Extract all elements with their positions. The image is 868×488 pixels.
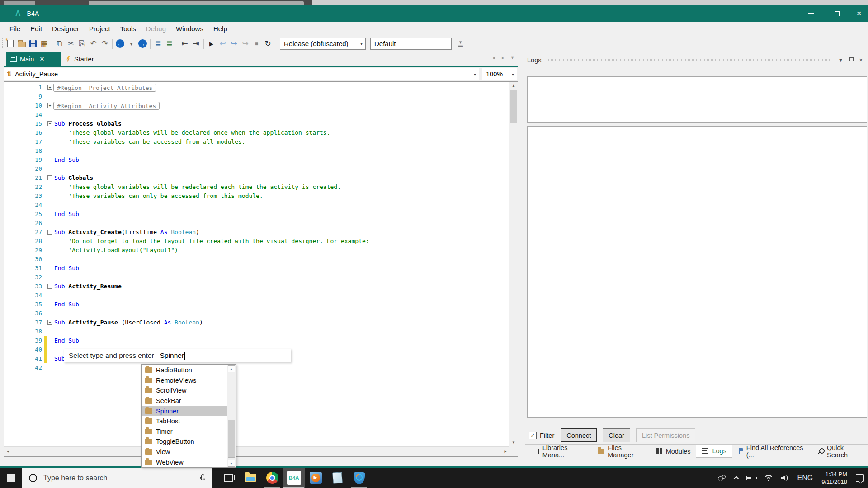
code-line-15[interactable]: 15−Sub Process_Globals <box>4 119 509 128</box>
code-line-42[interactable]: 42 <box>4 363 509 372</box>
logs-panel-header[interactable]: Logs ▼ ✕ <box>527 56 866 65</box>
code-line-17[interactable]: 17 'These variables can be accessed from… <box>4 137 509 146</box>
step-icon[interactable]: ↪ <box>228 38 240 50</box>
wifi-button[interactable] <box>760 468 777 488</box>
outdent-icon[interactable]: ⇤ <box>179 38 190 50</box>
save-icon[interactable] <box>27 38 38 50</box>
code-line-23[interactable]: 23 'These variables can only be accessed… <box>4 192 509 201</box>
action-center-button[interactable] <box>852 468 868 488</box>
panel-menu-arrow-icon[interactable]: ▼ <box>838 57 843 63</box>
nav-history-dropdown-icon[interactable]: ▾ <box>126 38 137 50</box>
build-configuration-select[interactable]: Release (obfuscated) ▾ <box>280 38 366 50</box>
scroll-tabs-left-icon[interactable]: ◄ <box>491 56 495 60</box>
menu-file[interactable]: File <box>5 23 25 34</box>
copy-icon[interactable]: ⧉ <box>54 38 65 50</box>
resume-icon[interactable]: ↩ <box>217 38 228 50</box>
menu-tools[interactable]: Tools <box>115 23 141 34</box>
tool-tab-find-all-references[interactable]: Find All References (... <box>732 445 812 458</box>
maximize-button[interactable] <box>824 5 850 22</box>
type-option-remoteviews[interactable]: RemoteViews <box>142 375 227 386</box>
scroll-up-icon[interactable]: ▲ <box>509 82 518 89</box>
taskbar-app-notepad[interactable] <box>326 468 348 488</box>
collapse-region-icon[interactable]: − <box>47 121 52 126</box>
type-option-timer[interactable]: Timer <box>142 427 227 437</box>
scroll-tabs-right-icon[interactable]: ► <box>501 56 505 60</box>
scroll-left-icon[interactable]: ◄ <box>4 447 12 457</box>
connect-button[interactable]: Connect <box>561 428 597 442</box>
expand-region-icon[interactable]: + <box>47 85 52 90</box>
collapsed-region[interactable]: #Region Project Attributes <box>53 84 156 92</box>
type-option-tabhost[interactable]: TabHost <box>142 416 227 427</box>
stop-icon[interactable]: ■ <box>251 38 262 50</box>
clock-button[interactable]: 1:34 PM 9/11/2018 <box>817 470 852 486</box>
collapse-region-icon[interactable]: − <box>47 230 52 235</box>
code-line-32[interactable]: 32 <box>4 273 509 282</box>
scroll-up-icon[interactable]: ▲ <box>228 365 235 372</box>
code-line-22[interactable]: 22 'These global variables will be redec… <box>4 183 509 192</box>
menu-windows[interactable]: Windows <box>171 23 208 34</box>
code-line-1[interactable]: 1+#Region Project Attributes <box>4 83 509 92</box>
code-line-35[interactable]: 35End Sub <box>4 300 509 309</box>
menu-help[interactable]: Help <box>208 23 232 34</box>
run-icon[interactable]: ▶ <box>206 38 217 50</box>
scroll-down-icon[interactable]: ▼ <box>228 460 235 467</box>
open-project-icon[interactable] <box>16 38 27 50</box>
type-option-scrollview[interactable]: ScrollView <box>142 385 227 396</box>
toolbar-drag-handle[interactable] <box>2 38 3 49</box>
scroll-down-icon[interactable]: ▼ <box>509 439 518 446</box>
panel-close-icon[interactable]: ✕ <box>859 57 863 63</box>
type-option-spinner[interactable]: Spinner <box>142 406 227 416</box>
uncomment-selection-icon[interactable]: ≣ <box>164 38 175 50</box>
redo-icon[interactable]: ↷ <box>99 38 110 50</box>
editor-vertical-scrollbar[interactable]: ▲ ▼ <box>509 82 518 446</box>
toolbar-overflow-button[interactable]: ▾▬ <box>458 41 463 47</box>
editor-zoom-select[interactable]: 100% ▾ <box>482 68 517 80</box>
navigate-forward-icon[interactable] <box>137 38 148 50</box>
people-button[interactable] <box>714 468 730 488</box>
panel-splitter[interactable] <box>518 52 525 466</box>
code-line-37[interactable]: 37−Sub Activity_Pause (UserClosed As Boo… <box>4 318 509 327</box>
type-option-view[interactable]: View <box>142 447 227 457</box>
logs-output-upper[interactable] <box>527 76 867 123</box>
type-option-togglebutton[interactable]: ToggleButton <box>142 436 227 447</box>
code-line-20[interactable]: 20 <box>4 164 509 174</box>
code-line-14[interactable]: 14 <box>4 110 509 119</box>
code-line-34[interactable]: 34 <box>4 291 509 300</box>
code-line-33[interactable]: 33−Sub Activity_Resume <box>4 282 509 291</box>
start-button[interactable] <box>0 468 22 488</box>
undo-icon[interactable]: ↶ <box>88 38 99 50</box>
code-line-25[interactable]: 25End Sub <box>4 210 509 219</box>
cut-icon[interactable]: ✂ <box>65 38 76 50</box>
tab-starter[interactable]: Starter <box>63 52 122 66</box>
code-line-21[interactable]: 21−Sub Globals <box>4 174 509 183</box>
taskbar-app-b4a[interactable]: B4A <box>283 468 305 488</box>
tool-tab-modules[interactable]: Modules <box>651 445 696 458</box>
new-project-icon[interactable] <box>5 38 16 50</box>
code-line-27[interactable]: 27−Sub Activity_Create(FirstTime As Bool… <box>4 228 509 237</box>
battery-button[interactable] <box>742 468 760 488</box>
logs-output-main[interactable] <box>527 126 867 418</box>
export-zip-icon[interactable]: ▦ <box>38 38 50 50</box>
taskbar-app-media-player[interactable] <box>305 468 326 488</box>
code-line-10[interactable]: 10+#Region Activity Attributes <box>4 101 509 110</box>
close-tab-icon[interactable]: ✕ <box>39 56 44 62</box>
code-line-24[interactable]: 24 <box>4 201 509 210</box>
popup-scrollbar[interactable]: ▲ ▼ <box>227 365 236 467</box>
code-line-38[interactable]: 38 <box>4 327 509 336</box>
vertical-scroll-thumb[interactable] <box>510 90 517 123</box>
close-button[interactable]: ✕ <box>850 5 868 22</box>
popup-scroll-thumb[interactable] <box>228 420 235 458</box>
code-line-39[interactable]: 39End Sub <box>4 336 509 345</box>
tool-tab-libraries-mana[interactable]: Libraries Mana... <box>527 445 592 458</box>
taskbar-search[interactable]: Type here to search <box>22 468 212 488</box>
expand-region-icon[interactable]: + <box>47 103 52 108</box>
code-line-19[interactable]: 19End Sub <box>4 155 509 164</box>
taskbar-app-shield[interactable] <box>348 468 370 488</box>
type-autocomplete-input[interactable]: Select type and press enter Spinner <box>64 349 291 362</box>
indent-icon[interactable]: ⇥ <box>190 38 202 50</box>
collapsed-region[interactable]: #Region Activity Attributes <box>53 102 160 110</box>
taskbar-app-task-view[interactable] <box>218 468 240 488</box>
tool-tab-quick-search[interactable]: Quick Search <box>812 445 868 458</box>
code-line-28[interactable]: 28 'Do not forget to load the layout fil… <box>4 237 509 246</box>
code-line-30[interactable]: 30 <box>4 255 509 264</box>
